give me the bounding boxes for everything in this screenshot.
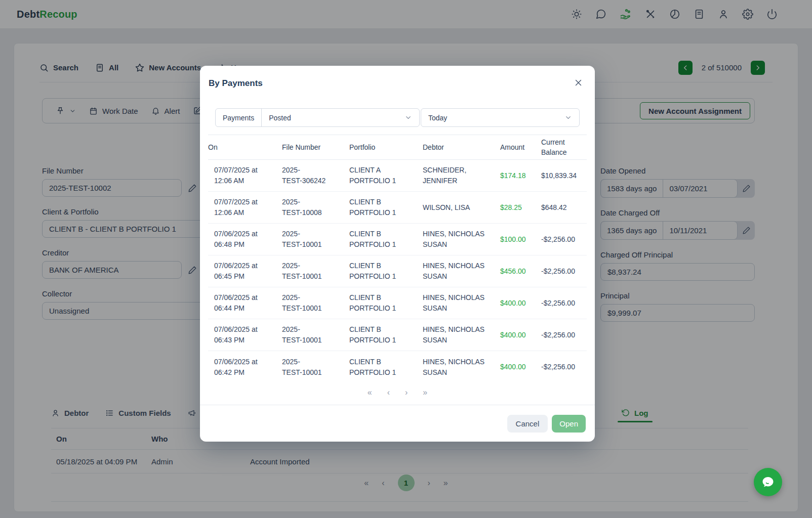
next-page-icon[interactable]: › <box>405 388 408 397</box>
payment-row[interactable]: 07/07/2025 at 12:06 AM 2025- TEST-10008 … <box>208 192 587 224</box>
payment-cell-on: 07/06/2025 at 06:45 PM <box>208 261 280 282</box>
chat-widget-button[interactable] <box>754 468 782 496</box>
chat-smile-bubble-icon <box>760 474 776 490</box>
payment-cell-portfolio: CLIENT B PORTFOLIO 1 <box>349 324 421 346</box>
payment-cell-debtor: HINES, NICHOLAS SUSAN <box>423 324 498 346</box>
payment-row[interactable]: 07/07/2025 at 12:06 AM 2025- TEST-306242… <box>208 160 587 192</box>
payment-cell-debtor: HINES, NICHOLAS SUSAN <box>423 357 498 378</box>
prev-page-icon[interactable]: ‹ <box>387 388 390 397</box>
payment-cell-file-number: 2025- TEST-306242 <box>282 165 347 186</box>
payment-cell-amount: $174.18 <box>500 170 539 181</box>
payment-cell-on: 07/07/2025 at 12:06 AM <box>208 197 280 218</box>
payment-cell-balance: $648.42 <box>541 202 587 213</box>
payment-cell-file-number: 2025- TEST-10001 <box>282 324 347 346</box>
payment-row[interactable]: 07/06/2025 at 06:42 PM 2025- TEST-10001 … <box>208 351 587 383</box>
payment-cell-balance: -$2,256.00 <box>541 298 587 309</box>
chevron-down-icon <box>404 114 412 121</box>
payments-column-header: File Number <box>282 142 347 152</box>
payments-column-header: Amount <box>500 142 539 152</box>
payment-cell-amount: $400.00 <box>500 298 539 309</box>
payment-cell-amount: $400.00 <box>500 362 539 372</box>
payment-cell-on: 07/06/2025 at 06:44 PM <box>208 292 280 314</box>
modal-footer: Cancel Open <box>200 405 595 442</box>
payments-column-header: Portfolio <box>349 142 421 152</box>
payments-column-header: Debtor <box>423 142 498 152</box>
payments-table-body: 07/07/2025 at 12:06 AM 2025- TEST-306242… <box>208 160 587 383</box>
payment-row[interactable]: 07/06/2025 at 06:48 PM 2025- TEST-10001 … <box>208 224 587 255</box>
open-button[interactable]: Open <box>552 415 586 433</box>
payment-cell-file-number: 2025- TEST-10001 <box>282 292 347 314</box>
payments-column-header: Current Balance <box>541 137 587 157</box>
payment-cell-file-number: 2025- TEST-10001 <box>282 261 347 282</box>
payments-table: OnFile NumberPortfolioDebtorAmountCurren… <box>208 135 587 402</box>
payment-cell-portfolio: CLIENT B PORTFOLIO 1 <box>349 229 421 250</box>
payment-cell-amount: $456.00 <box>500 266 539 277</box>
modal-title: By Payments <box>209 78 595 89</box>
payment-cell-amount: $28.25 <box>500 202 539 213</box>
payment-cell-debtor: HINES, NICHOLAS SUSAN <box>423 292 498 314</box>
payments-column-header: On <box>208 142 280 152</box>
payment-row[interactable]: 07/06/2025 at 06:45 PM 2025- TEST-10001 … <box>208 255 587 287</box>
payment-cell-debtor: WILSON, LISA <box>423 202 498 213</box>
filter-prefix: Payments <box>216 109 262 126</box>
payment-cell-amount: $400.00 <box>500 330 539 340</box>
payment-status-value: Posted <box>269 114 291 122</box>
payment-cell-on: 07/07/2025 at 12:06 AM <box>208 165 280 186</box>
payment-cell-file-number: 2025- TEST-10001 <box>282 229 347 250</box>
cancel-button[interactable]: Cancel <box>507 415 548 433</box>
payment-cell-file-number: 2025- TEST-10001 <box>282 357 347 378</box>
payment-cell-portfolio: CLIENT A PORTFOLIO 1 <box>349 165 421 186</box>
payment-cell-debtor: SCHNEIDER, JENNIFER <box>423 165 498 186</box>
payments-table-header: OnFile NumberPortfolioDebtorAmountCurren… <box>208 135 587 160</box>
payment-row[interactable]: 07/06/2025 at 06:43 PM 2025- TEST-10001 … <box>208 319 587 351</box>
payments-pagination: « ‹ › » <box>216 383 579 402</box>
payments-filter-row: Payments Posted Today <box>215 108 580 127</box>
payment-cell-balance: -$2,256.00 <box>541 234 587 245</box>
payment-cell-portfolio: CLIENT B PORTFOLIO 1 <box>349 197 421 218</box>
payment-cell-on: 07/06/2025 at 06:42 PM <box>208 357 280 378</box>
last-page-icon[interactable]: » <box>423 388 427 397</box>
payment-cell-amount: $100.00 <box>500 234 539 245</box>
payment-cell-balance: -$2,256.00 <box>541 266 587 277</box>
payment-cell-debtor: HINES, NICHOLAS SUSAN <box>423 261 498 282</box>
date-range-select[interactable]: Today <box>421 109 579 126</box>
by-payments-modal: By Payments Payments Posted Today OnFile… <box>200 66 595 442</box>
chevron-down-icon <box>564 114 572 121</box>
payment-cell-balance: -$2,256.00 <box>541 362 587 372</box>
date-range-value: Today <box>428 114 447 122</box>
payment-cell-on: 07/06/2025 at 06:48 PM <box>208 229 280 250</box>
payment-cell-debtor: HINES, NICHOLAS SUSAN <box>423 229 498 250</box>
close-icon[interactable] <box>574 78 583 87</box>
payment-row[interactable]: 07/06/2025 at 06:44 PM 2025- TEST-10001 … <box>208 287 587 319</box>
payment-cell-file-number: 2025- TEST-10008 <box>282 197 347 218</box>
payment-cell-balance: $10,839.34 <box>541 170 587 181</box>
payment-cell-balance: -$2,256.00 <box>541 330 587 340</box>
payment-status-select[interactable]: Posted <box>262 109 419 126</box>
payment-cell-portfolio: CLIENT B PORTFOLIO 1 <box>349 357 421 378</box>
payment-cell-portfolio: CLIENT B PORTFOLIO 1 <box>349 292 421 314</box>
first-page-icon[interactable]: « <box>368 388 372 397</box>
payment-cell-portfolio: CLIENT B PORTFOLIO 1 <box>349 261 421 282</box>
payment-cell-on: 07/06/2025 at 06:43 PM <box>208 324 280 346</box>
